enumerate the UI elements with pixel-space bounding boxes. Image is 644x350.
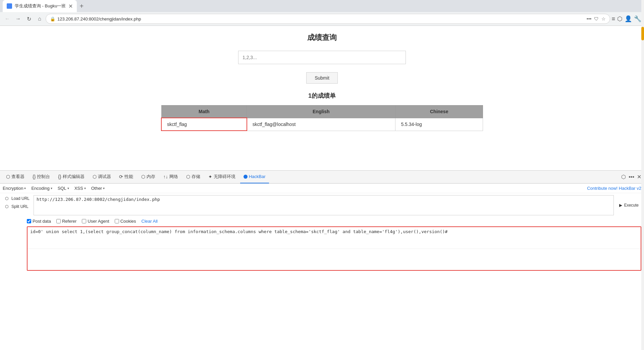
post-data-label: Post data	[33, 219, 51, 224]
table-header-row: Math English Chinese	[161, 105, 483, 118]
devtools-tab-network[interactable]: ↑↓ 网络	[160, 171, 181, 183]
tab-close-button[interactable]: ✕	[68, 3, 73, 9]
page-content: 成绩查询 Submit 1的成绩单 Math English Chinese s…	[0, 26, 644, 170]
devtools-close-button[interactable]: ✕	[637, 174, 641, 180]
user-agent-checkbox[interactable]	[82, 219, 86, 223]
tab-favicon	[7, 3, 12, 9]
search-wrap	[0, 51, 644, 64]
other-label: Other	[91, 186, 102, 191]
bookmarks-icon[interactable]: ≡	[611, 15, 615, 23]
cookies-label: Cookies	[120, 219, 136, 224]
split-url-label: Split URL	[11, 204, 29, 209]
scrollbar[interactable]	[641, 0, 644, 272]
browser-chrome: 学生成绩查询 - Bugku一班 ✕ + ← → ↻ ⌂ 🔒 123.206.8…	[0, 0, 644, 26]
hackbar-options-row: Post data Referer User Agent Cookies Cle…	[0, 217, 644, 225]
hackbar-menu-other[interactable]: Other ▾	[91, 186, 105, 191]
submit-button[interactable]: Submit	[306, 72, 338, 84]
network-icon: ↑↓	[163, 174, 168, 179]
hackbar-menu-encryption[interactable]: Encryption ▾	[3, 186, 26, 191]
cookies-checkbox-label[interactable]: Cookies	[115, 219, 136, 224]
memory-label: 内存	[147, 174, 155, 180]
new-tab-button[interactable]: +	[79, 2, 84, 10]
hackbar-menu: Encryption ▾ Encoding ▾ SQL ▾ XSS ▾ Othe…	[0, 184, 644, 193]
active-tab[interactable]: 学生成绩查询 - Bugku一班 ✕	[3, 0, 77, 12]
style-editor-label: 样式编辑器	[63, 174, 85, 180]
devtools-tab-inspector[interactable]: ⬡ 查看器	[3, 171, 28, 183]
sql-chevron: ▾	[67, 186, 69, 190]
memory-icon: ⬡	[141, 174, 145, 179]
address-text: 123.206.87.240:8002/chengjidan/index.php	[57, 16, 585, 21]
result-title: 1的成绩单	[0, 92, 644, 100]
hackbar: Encryption ▾ Encoding ▾ SQL ▾ XSS ▾ Othe…	[0, 183, 644, 271]
load-url-icon: ⬡	[4, 196, 9, 201]
devtools-tab-accessibility[interactable]: ✦ 无障碍环境	[205, 171, 239, 183]
post-data-checkbox-label[interactable]: Post data	[27, 219, 51, 224]
performance-icon: ⟳	[119, 174, 123, 179]
more-icon: •••	[587, 16, 592, 21]
encryption-chevron: ▾	[24, 186, 26, 190]
devtools-more-button[interactable]: •••	[629, 174, 634, 180]
console-label: 控制台	[37, 174, 50, 180]
table-cell-english: skctf_flag@localhost	[247, 118, 395, 131]
back-button[interactable]: ←	[3, 14, 12, 24]
user-agent-checkbox-label[interactable]: User Agent	[82, 219, 109, 224]
scrollbar-thumb[interactable]	[641, 27, 644, 40]
devtools-tab-console[interactable]: {} 控制台	[29, 171, 53, 183]
hackbar-menu-sql[interactable]: SQL ▾	[58, 186, 69, 191]
clear-all-button[interactable]: Clear All	[142, 219, 158, 224]
referer-label: Referer	[62, 219, 76, 224]
split-url-button[interactable]: ⬡ Split URL	[3, 203, 31, 210]
search-input[interactable]	[238, 51, 406, 64]
accessibility-icon: ✦	[208, 174, 212, 179]
accessibility-label: 无障碍环境	[214, 174, 235, 180]
devtools-tab-debugger[interactable]: ⬡ 调试器	[89, 171, 114, 183]
devtools-tab-hackbar[interactable]: HackBar	[240, 171, 269, 183]
result-table: Math English Chinese skctf_flag skctf_fl…	[161, 105, 483, 131]
cookies-checkbox[interactable]	[115, 219, 119, 223]
nav-bar: ← → ↻ ⌂ 🔒 123.206.87.240:8002/chengjidan…	[0, 12, 644, 26]
performance-label: 性能	[124, 174, 133, 180]
sql-label: SQL	[58, 186, 66, 191]
table-cell-chinese: 5.5.34-log	[395, 118, 483, 131]
hackbar-actions: ⬡ Load URL ⬡ Split URL	[3, 195, 31, 215]
console-icon: {}	[33, 174, 36, 179]
devtools-undock-button[interactable]: ⬡	[621, 174, 626, 180]
hackbar-url-input[interactable]	[34, 195, 614, 215]
execute-button[interactable]: ▶ Execute	[616, 202, 641, 209]
inspector-label: 查看器	[11, 174, 24, 180]
table-wrap: Math English Chinese skctf_flag skctf_fl…	[0, 105, 644, 131]
load-url-button[interactable]: ⬡ Load URL	[3, 195, 31, 202]
refresh-button[interactable]: ↻	[24, 14, 34, 24]
home-button[interactable]: ⌂	[35, 14, 44, 24]
hackbar-post-data-input2[interactable]	[28, 249, 641, 269]
profile-icon[interactable]: 👤	[625, 15, 632, 23]
referer-checkbox-label[interactable]: Referer	[56, 219, 76, 224]
address-bar[interactable]: 🔒 123.206.87.240:8002/chengjidan/index.p…	[46, 14, 610, 24]
hackbar-menu-encoding[interactable]: Encoding ▾	[31, 186, 52, 191]
forward-button[interactable]: →	[13, 14, 23, 24]
extensions-icon[interactable]: 🔧	[634, 15, 641, 23]
devtools-tab-storage[interactable]: ⬡ 存储	[183, 171, 204, 183]
storage-label: 存储	[192, 174, 200, 180]
xss-label: XSS	[74, 186, 83, 191]
devtools-tab-performance[interactable]: ⟳ 性能	[116, 171, 137, 183]
execute-label: Execute	[624, 203, 639, 208]
encoding-label: Encoding	[31, 186, 49, 191]
hackbar-contribute: Contribute now! HackBar v2	[587, 186, 641, 191]
debugger-icon: ⬡	[93, 174, 97, 179]
style-editor-icon: {}	[58, 174, 61, 179]
tabs-icon[interactable]: ⬡	[617, 15, 623, 23]
split-url-icon: ⬡	[4, 204, 9, 209]
table-cell-math: skctf_flag	[161, 118, 247, 131]
devtools-panel: ⬡ 查看器 {} 控制台 {} 样式编辑器 ⬡ 调试器 ⟳ 性能 ⬡ 内存 ↑↓…	[0, 170, 644, 271]
hackbar-tab-label: HackBar	[249, 174, 266, 179]
hackbar-post-data-input[interactable]	[28, 227, 641, 247]
devtools-tab-memory[interactable]: ⬡ 内存	[138, 171, 159, 183]
post-data-checkbox[interactable]	[27, 219, 31, 223]
storage-icon: ⬡	[186, 174, 190, 179]
referer-checkbox[interactable]	[56, 219, 61, 223]
user-agent-label: User Agent	[88, 219, 109, 224]
hackbar-menu-xss[interactable]: XSS ▾	[74, 186, 86, 191]
devtools-tab-style-editor[interactable]: {} 样式编辑器	[55, 171, 88, 183]
address-icons: ••• 🛡 ☆	[587, 16, 606, 21]
